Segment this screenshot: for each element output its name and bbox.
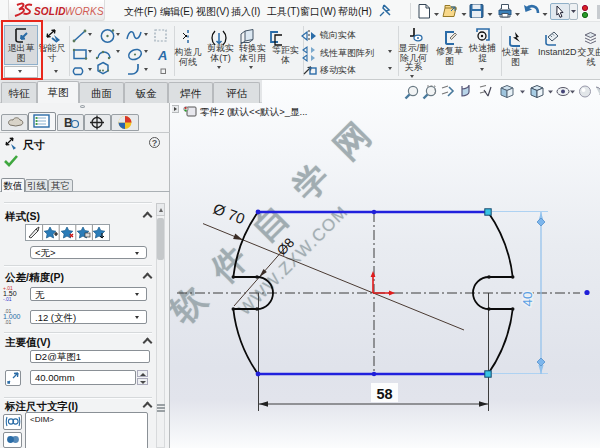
svg-text:40: 40 — [520, 291, 535, 306]
svg-text:Ø8: Ø8 — [274, 235, 297, 258]
svg-text:58: 58 — [376, 386, 392, 402]
svg-text:A: A — [157, 48, 167, 63]
svg-text:Ø 70: Ø 70 — [211, 200, 247, 228]
svg-text:SOLID: SOLID — [34, 6, 66, 17]
svg-text:WORKS: WORKS — [65, 6, 104, 17]
